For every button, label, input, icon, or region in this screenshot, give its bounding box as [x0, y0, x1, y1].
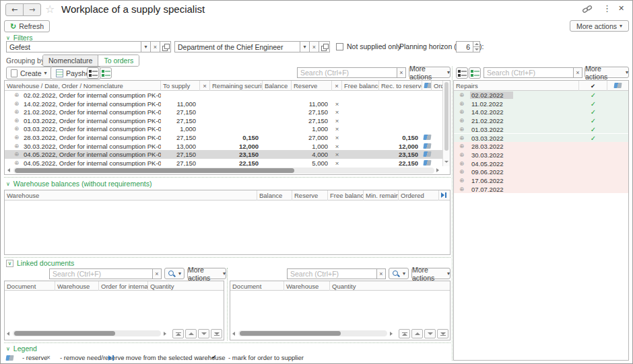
vscroll-thumb[interactable]	[444, 82, 448, 151]
supply-vscrollbar[interactable]	[442, 81, 450, 167]
tree-expand-icon[interactable]: ⊕	[14, 92, 19, 98]
repair-row[interactable]: ⊕30.03.2022	[454, 151, 628, 159]
col-rec-to-reserve[interactable]: Rec. to reserve	[379, 81, 422, 91]
linked-left-find-button[interactable]: ▾	[164, 268, 185, 279]
linked-left-search-input[interactable]: Search (Ctrl+F)	[49, 268, 153, 279]
favorite-star-icon[interactable]: ☆	[45, 3, 55, 15]
repair-row[interactable]: ⊕07.07.2022	[454, 185, 628, 194]
linked-left-search-clear-button[interactable]: ×	[152, 268, 162, 279]
go-last-button[interactable]	[437, 329, 448, 338]
repair-row[interactable]: ⊕03.03.2022✓	[454, 134, 628, 143]
department-dropdown-button[interactable]: ▾	[300, 41, 310, 52]
splitter-vertical[interactable]	[227, 268, 228, 340]
more-actions-top-button[interactable]: More actions ▾	[570, 20, 629, 32]
splitter-horizontal[interactable]	[4, 342, 451, 343]
supply-row[interactable]: ⊕21.02.2022, Order for internal consumpt…	[5, 108, 442, 116]
tree-expand-icon[interactable]: ⊕	[459, 108, 464, 115]
go-next-button[interactable]	[424, 329, 436, 338]
tree-expand-icon[interactable]: ⊕	[14, 143, 19, 149]
supply-hscrollbar[interactable]	[5, 166, 450, 174]
col-document[interactable]: Document	[230, 281, 284, 291]
supplier-filter-input[interactable]: Gefest	[6, 41, 141, 52]
repair-row[interactable]: ⊕09.06.2022	[454, 168, 628, 176]
create-button[interactable]: Create ▾	[6, 67, 52, 79]
scroll-left-icon[interactable]	[232, 332, 235, 336]
forward-button[interactable]: →	[23, 3, 41, 16]
expand-rows-button[interactable]	[100, 67, 112, 79]
tree-expand-icon[interactable]: ⊕	[459, 100, 464, 107]
scroll-right-icon[interactable]	[436, 168, 439, 172]
linked-right-search-input[interactable]: Search (Ctrl+F)	[287, 268, 377, 279]
hscroll-thumb[interactable]	[240, 331, 341, 336]
col-reserve-flag[interactable]	[607, 81, 628, 91]
col-balance[interactable]: Balance	[263, 81, 292, 91]
col-mark-check[interactable]: ✔	[579, 81, 607, 91]
repair-row[interactable]: ⊕14.02.2022✓	[454, 108, 628, 116]
kebab-menu-icon[interactable]: ⋮	[603, 3, 611, 13]
supply-row[interactable]: ⊕04.05.2022, Order for internal consumpt…	[5, 159, 442, 166]
not-supplied-checkbox[interactable]	[336, 43, 343, 50]
col-free-balance[interactable]: Free balance	[328, 190, 364, 201]
supply-row[interactable]: ⊕01.03.2022, Order for internal consumpt…	[5, 116, 442, 125]
col-order-internal[interactable]: Order for internal con..	[99, 281, 148, 291]
repairs-search-input[interactable]: Search (Ctrl+F)	[484, 67, 574, 78]
col-balance[interactable]: Balance	[257, 190, 292, 201]
repair-row[interactable]: ⊕21.02.2022✓	[454, 116, 628, 125]
remove-x-icon[interactable]: ×	[332, 159, 342, 166]
tree-expand-icon[interactable]: ⊕	[14, 125, 19, 132]
repairs-search-clear-button[interactable]: ×	[573, 67, 582, 78]
tree-expand-icon[interactable]: ⊕	[459, 92, 464, 98]
linked-right-find-button[interactable]: ▾	[389, 268, 409, 279]
col-reserve-flag[interactable]	[422, 81, 432, 91]
collapse-rows-button[interactable]	[87, 67, 99, 79]
col-to-supply[interactable]: To supply	[161, 81, 200, 91]
tree-expand-icon[interactable]: ⊕	[14, 134, 19, 141]
repair-row[interactable]: ⊕11.02.2022✓	[454, 100, 628, 108]
supply-search-input[interactable]: Search (Ctrl+F)	[297, 67, 397, 78]
splitter-vertical[interactable]	[452, 67, 453, 361]
scroll-left-icon[interactable]	[7, 168, 10, 172]
supply-search-clear-button[interactable]: ×	[397, 67, 406, 78]
col-warehouse[interactable]: Warehouse	[284, 281, 330, 291]
tree-expand-icon[interactable]: ⊕	[459, 135, 464, 141]
supply-row[interactable]: ⊕28.03.2022, Order for internal consumpt…	[5, 133, 442, 142]
col-remove-2[interactable]: ×	[332, 81, 342, 91]
tree-expand-icon[interactable]: ⊕	[459, 117, 464, 124]
supplier-clear-button[interactable]: ×	[150, 41, 160, 52]
remove-x-icon[interactable]: ×	[332, 143, 342, 150]
hscroll-thumb[interactable]	[15, 168, 294, 173]
collapse-box-icon[interactable]: ∨	[6, 260, 13, 267]
go-prev-button[interactable]	[411, 329, 423, 338]
get-link-icon[interactable]	[582, 5, 593, 14]
repairs-collapse-rows-button[interactable]	[456, 67, 468, 79]
repairs-expand-rows-button[interactable]	[469, 67, 481, 79]
tree-expand-icon[interactable]: ⊕	[14, 108, 19, 115]
scroll-right-icon[interactable]	[390, 332, 393, 336]
refresh-button[interactable]: ↻ Refresh	[4, 20, 50, 32]
hscroll-thumb[interactable]	[14, 331, 115, 336]
tab-to-orders[interactable]: To orders	[98, 55, 139, 66]
repair-row[interactable]: ⊕17.06.2022	[454, 176, 628, 185]
go-first-button[interactable]	[399, 329, 410, 338]
go-first-button[interactable]	[172, 329, 184, 338]
tree-expand-icon[interactable]: ⊕	[459, 168, 464, 175]
repair-row[interactable]: ⊕04.05.2022	[454, 159, 628, 168]
col-document[interactable]: Document	[5, 281, 55, 291]
col-reserve[interactable]: Reserve	[292, 81, 332, 91]
remove-x-icon[interactable]: ×	[332, 125, 342, 133]
back-button[interactable]: ←	[5, 3, 24, 16]
linked-left-more-actions-button[interactable]: More actions▾	[187, 268, 226, 279]
balances-section-header[interactable]: ∨ Warehouse balances (without requiremen…	[6, 180, 152, 188]
col-free-balance[interactable]: Free balance	[342, 81, 379, 91]
repair-row[interactable]: ⊕02.02.2022✓	[454, 91, 628, 100]
col-quantity[interactable]: Quantity	[330, 281, 450, 291]
repairs-more-actions-button[interactable]: More actions▾	[585, 67, 629, 78]
splitter-horizontal[interactable]	[4, 177, 451, 178]
tree-expand-icon[interactable]: ⊕	[459, 151, 464, 158]
col-reserve[interactable]: Reserve	[292, 190, 328, 201]
linked-right-search-clear-button[interactable]: ×	[376, 268, 386, 279]
col-warehouse[interactable]: Warehouse	[55, 281, 99, 291]
tab-nomenclature[interactable]: Nomenclature	[43, 55, 98, 66]
tree-expand-icon[interactable]: ⊕	[14, 117, 19, 124]
tree-expand-icon[interactable]: ⊕	[459, 177, 464, 184]
